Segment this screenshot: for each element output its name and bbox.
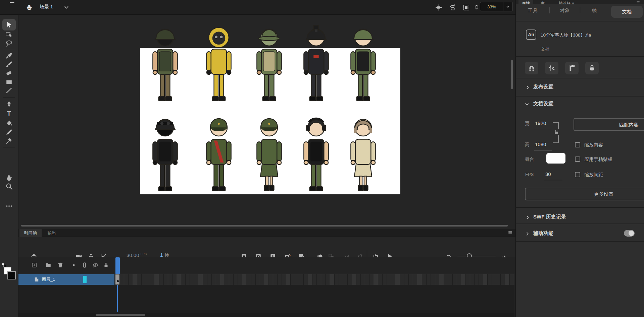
topbar-right-icons [435, 2, 470, 13]
more-tools[interactable] [2, 200, 16, 212]
canvas-pasteboard[interactable] [18, 15, 515, 229]
asset-warp-tool[interactable] [2, 135, 16, 146]
chevron-right-icon[interactable] [525, 215, 530, 220]
document-type-label: 文档 [541, 46, 549, 52]
rulers-button[interactable] [565, 62, 579, 74]
panel-menu-icon[interactable] [636, 1, 641, 4]
panel-tab-bar: 属性 库 帧选择器 [516, 0, 644, 4]
keyframe-dot [117, 280, 119, 282]
more-settings-button[interactable]: 更多设置 [525, 188, 644, 200]
character-female-operator [298, 115, 334, 192]
toggle-knob [629, 231, 634, 236]
document-settings-header[interactable]: 文档设置 [533, 101, 553, 107]
stage-color-swatch[interactable] [546, 153, 565, 164]
character-army-officer-dress [201, 115, 237, 192]
frames-empty-area [18, 285, 514, 313]
svg-text:A: A [289, 253, 291, 256]
divider [516, 96, 644, 97]
chevron-right-icon[interactable] [525, 85, 530, 90]
playhead[interactable] [115, 257, 120, 274]
scale-content-checkbox[interactable] [575, 142, 580, 147]
center-stage-icon[interactable] [435, 4, 442, 11]
width-underline [534, 130, 552, 130]
zoom-level-input[interactable]: 33% [480, 2, 503, 11]
clip-content-icon[interactable] [463, 4, 470, 11]
line-tool[interactable] [2, 85, 16, 96]
accessibility-toggle[interactable] [624, 230, 635, 237]
publish-settings-header[interactable]: 发布设置 [533, 84, 553, 90]
playhead-line [117, 285, 118, 312]
apply-pasteboard-checkbox[interactable] [575, 156, 580, 162]
new-folder-icon[interactable] [45, 262, 51, 268]
timeline-panel-menu-icon[interactable] [508, 231, 513, 235]
timeline-scrollbar-track[interactable] [18, 313, 514, 317]
tab-object[interactable]: 对象 [560, 7, 569, 14]
zoom-stepper-icon[interactable] [474, 2, 479, 12]
character-tactical-police [298, 24, 334, 102]
fps-underline [544, 180, 562, 180]
zoom-dropdown-icon[interactable] [503, 2, 513, 11]
snap-align-button[interactable] [545, 62, 558, 74]
layer-row[interactable]: 图层_1 [18, 274, 114, 285]
tab-tools[interactable]: 工具 [528, 7, 538, 14]
lasso-tool[interactable] [2, 38, 16, 49]
chevron-right-icon[interactable] [525, 232, 530, 236]
character-swat-officer [147, 115, 183, 192]
fps-input[interactable]: 30 [545, 171, 551, 177]
timeline-header-row: 510152025303540455055606570758085901s2s3… [18, 257, 515, 274]
delete-icon[interactable] [57, 262, 63, 268]
layer-name[interactable]: 图层_1 [42, 277, 55, 282]
camera-tool[interactable] [2, 190, 16, 202]
outline-icon[interactable] [82, 262, 88, 268]
menu-icon[interactable] [9, 0, 15, 4]
tab-output[interactable]: 输出 [43, 229, 61, 237]
swf-history-header[interactable]: SWF 历史记录 [533, 214, 566, 220]
magnet-button[interactable] [525, 62, 538, 74]
character-recon-camo-soldier [251, 24, 287, 102]
accessibility-header[interactable]: 辅助功能 [533, 230, 553, 237]
eye-slash-icon[interactable] [92, 262, 98, 268]
tab-library[interactable]: 库 [537, 0, 548, 4]
club-icon: ♣ [24, 2, 34, 12]
tab-frame[interactable]: 帧 [592, 7, 597, 14]
frames-grid[interactable] [115, 274, 514, 285]
height-underline [534, 150, 552, 150]
keyframe-cell[interactable] [115, 274, 119, 284]
stage-label: 舞台 [525, 156, 534, 163]
canvas-horizontal-scrollbar[interactable] [21, 225, 508, 227]
layer-color-swatch[interactable] [83, 276, 87, 283]
color-well-area [0, 229, 18, 317]
scale-spacing-checkbox[interactable] [575, 172, 580, 177]
chevron-down-icon[interactable] [525, 102, 529, 107]
width-input[interactable]: 1920 [535, 120, 546, 126]
toolbar-divider [3, 97, 15, 98]
timeline-zoom-slider[interactable] [457, 256, 496, 256]
add-layer-icon[interactable] [31, 262, 37, 268]
character-masked-commando [147, 24, 183, 102]
width-label: 宽 [525, 121, 530, 127]
timeline-scrollbar-thumb[interactable] [96, 314, 145, 316]
stroke-color-swatch[interactable] [7, 271, 16, 279]
svg-text:T: T [7, 110, 11, 117]
lock-button[interactable] [585, 62, 599, 74]
dot-icon[interactable] [71, 262, 77, 268]
tab-properties[interactable]: 属性 [518, 0, 533, 4]
scene-breadcrumb[interactable]: 场景 1 [40, 4, 53, 10]
match-content-button[interactable]: 匹配内容 [574, 118, 644, 131]
rotate-view-icon[interactable] [449, 4, 456, 11]
chevron-down-icon[interactable] [64, 5, 69, 10]
canvas-vertical-scrollbar[interactable] [511, 60, 513, 89]
character-camo-infantry [345, 24, 381, 102]
timeline-toolbar: 30,00 FPS 1帧 A [18, 237, 515, 257]
character-female-officer-khaki [345, 115, 381, 192]
height-input[interactable]: 1080 [535, 141, 546, 147]
fps-label: FPS [525, 172, 534, 177]
tab-frame-picker[interactable]: 帧选择器 [555, 0, 578, 4]
tab-document[interactable]: 文档 [611, 6, 643, 18]
divider [516, 241, 644, 242]
lock-icon[interactable] [103, 262, 109, 268]
tab-timeline[interactable]: 时间轴 [19, 229, 42, 237]
tab-separator [549, 7, 550, 13]
tools-sidebar: T [0, 15, 18, 229]
unlock-ratio-icon[interactable] [554, 129, 559, 135]
